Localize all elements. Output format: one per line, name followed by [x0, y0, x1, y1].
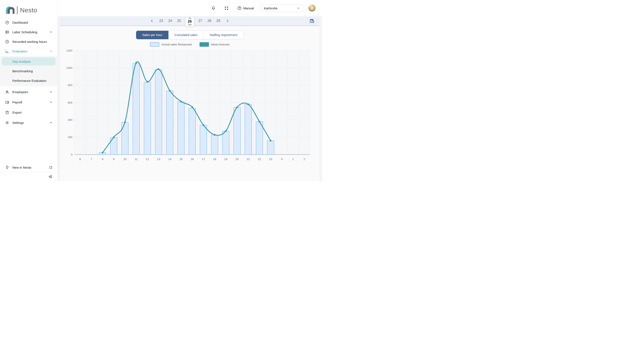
sidebar-item-recorded-working-hours[interactable]: Recorded working hours — [0, 37, 57, 46]
svg-text:14: 14 — [168, 157, 172, 161]
day-analysis-card: 23 24 25 Th 26 Jun 27 28 29 — [60, 16, 320, 181]
svg-text:2: 2 — [304, 157, 305, 161]
svg-text:13: 13 — [157, 157, 160, 161]
svg-text:?: ? — [239, 7, 240, 9]
sidebar-item-employees[interactable]: Employees — [0, 87, 57, 97]
legend-actual-sales: Actual sales Restaurant — [150, 42, 192, 47]
sidebar-nav: Dashboard Labor Scheduling Recorded work… — [0, 17, 57, 127]
nesto-logo-icon — [5, 5, 14, 15]
day-option[interactable]: 28 — [207, 19, 212, 23]
wallet-icon — [5, 100, 9, 104]
sidebar-item-payroll[interactable]: Payroll — [0, 97, 57, 107]
bar-chart-icon — [5, 49, 9, 54]
svg-text:16: 16 — [190, 157, 194, 161]
sidebar-subitem-label: Day Analysis — [12, 60, 31, 63]
sidebar-item-label: Export — [12, 111, 22, 114]
location-select[interactable]: Karlsruhe — [261, 4, 303, 12]
chart-panel: Sales per hour Cumulated sales Staffing … — [60, 26, 320, 181]
chevron-down-icon — [49, 121, 52, 124]
svg-text:22: 22 — [258, 157, 261, 161]
lightbulb-icon — [5, 165, 9, 170]
tab-cumulated-sales[interactable]: Cumulated sales — [168, 31, 204, 39]
day-option[interactable]: 27 — [198, 19, 203, 23]
day-option[interactable]: 25 — [176, 19, 182, 23]
sidebar-item-label: New in Nesto — [12, 166, 31, 169]
svg-text:18: 18 — [213, 157, 216, 161]
chevron-up-icon — [49, 50, 52, 53]
collapse-sidebar-icon[interactable] — [48, 174, 52, 179]
svg-text:800: 800 — [68, 84, 72, 87]
clock-icon — [5, 40, 9, 44]
svg-text:23: 23 — [269, 157, 272, 161]
dashboard-icon — [5, 20, 9, 25]
svg-text:15: 15 — [179, 157, 182, 161]
svg-text:600: 600 — [68, 101, 72, 104]
top-header: ? Manual Karlsruhe — [58, 0, 322, 16]
chevron-down-icon — [49, 90, 52, 94]
legend-bar-swatch — [150, 42, 159, 47]
sidebar-item-label: Payroll — [12, 100, 22, 104]
brand-name: Nesto — [20, 7, 37, 14]
chevron-down-icon — [49, 100, 52, 104]
evaluation-submenu: Day Analysis Benchmarking Performance Ev… — [0, 56, 57, 86]
chart-legend: Actual sales Restaurant Nesto forecast — [60, 42, 320, 47]
help-circle-icon: ? — [237, 6, 242, 11]
next-day-arrow[interactable] — [225, 19, 230, 23]
sidebar-item-label: Labor Scheduling — [12, 30, 37, 34]
selected-day-number: 26 — [188, 20, 192, 24]
svg-text:21: 21 — [246, 157, 250, 161]
legend-line-swatch — [200, 42, 209, 47]
svg-text:400: 400 — [68, 118, 72, 121]
tab-staffing-requirement[interactable]: Staffing requirement — [204, 31, 244, 39]
svg-text:20: 20 — [235, 157, 238, 161]
selected-day-card[interactable]: Th 26 Jun — [186, 17, 194, 27]
sidebar-subitem-label: Benchmarking — [12, 69, 33, 73]
svg-text:200: 200 — [68, 136, 72, 139]
sidebar-item-label: Employees — [12, 90, 28, 94]
sidebar-item-evaluation[interactable]: Evaluation — [0, 47, 57, 56]
export-icon — [5, 110, 9, 115]
tab-sales-per-hour[interactable]: Sales per hour — [136, 31, 168, 39]
svg-text:9: 9 — [113, 157, 114, 161]
notifications-bell-icon[interactable] — [211, 6, 216, 11]
sidebar-item-performance-evaluation[interactable]: Performance Evaluation — [2, 77, 56, 85]
svg-text:1200: 1200 — [66, 49, 72, 52]
schedule-grid-icon — [5, 30, 9, 34]
external-link-icon — [49, 166, 52, 169]
svg-text:1000: 1000 — [66, 66, 72, 70]
legend-label: Actual sales Restaurant — [162, 43, 192, 46]
sidebar-item-dashboard[interactable]: Dashboard — [0, 18, 57, 27]
gear-icon — [5, 120, 9, 125]
chevron-down-icon — [49, 30, 52, 34]
svg-text:0: 0 — [281, 157, 283, 161]
sidebar-item-label: Recorded working hours — [12, 40, 47, 44]
selected-month: Jun — [188, 24, 192, 26]
svg-text:11: 11 — [134, 157, 138, 161]
sidebar-item-benchmarking[interactable]: Benchmarking — [2, 67, 56, 75]
sidebar-item-label: Settings — [12, 121, 24, 124]
day-option[interactable]: 23 — [159, 19, 164, 23]
sidebar-item-new-in-nesto[interactable]: New in Nesto — [0, 163, 57, 172]
day-option[interactable]: 29 — [216, 19, 221, 23]
sidebar-item-settings[interactable]: Settings — [0, 118, 57, 127]
sidebar-item-labor-scheduling[interactable]: Labor Scheduling — [0, 27, 57, 37]
location-value: Karlsruhe — [264, 7, 278, 10]
calendar-picker-icon[interactable] — [309, 18, 315, 24]
legend-label: Nesto forecast — [211, 43, 230, 46]
day-option[interactable]: 24 — [168, 19, 173, 23]
svg-text:12: 12 — [146, 157, 149, 161]
brand-logo[interactable]: Nesto — [0, 0, 57, 17]
svg-text:7: 7 — [90, 157, 92, 161]
manual-help-button[interactable]: ? Manual — [237, 6, 254, 11]
sidebar-item-day-analysis[interactable]: Day Analysis — [2, 57, 56, 65]
sidebar-footer: New in Nesto — [0, 163, 57, 181]
previous-day-arrow[interactable] — [149, 19, 155, 23]
sidebar-item-export[interactable]: Export — [0, 108, 57, 117]
logo-divider — [17, 6, 18, 14]
date-navigation-bar: 23 24 25 Th 26 Jun 27 28 29 — [60, 16, 320, 26]
legend-nesto-forecast: Nesto forecast — [200, 42, 230, 47]
content-region: 23 24 25 Th 26 Jun 27 28 29 — [58, 16, 322, 181]
fullscreen-expand-icon[interactable] — [224, 6, 229, 11]
user-avatar[interactable] — [308, 5, 316, 12]
sales-chart: 0200400600800100012006789101112131415161… — [60, 48, 320, 164]
